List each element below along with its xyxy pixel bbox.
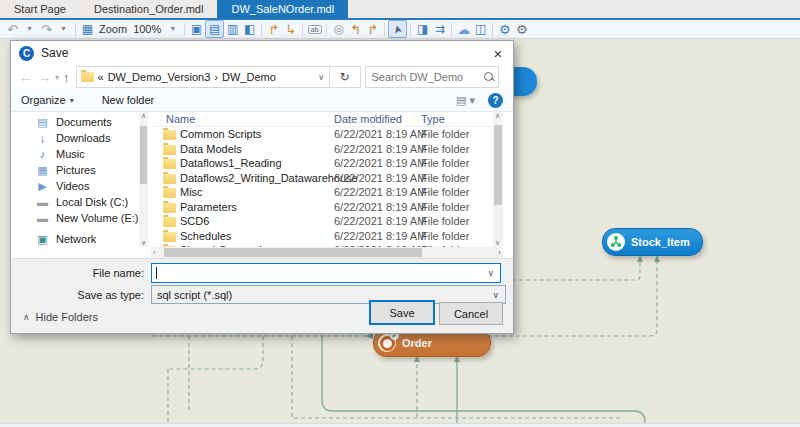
entity-add-icon[interactable]: ◨ — [414, 21, 431, 37]
sidebar-item-new-volume[interactable]: ▬New Volume (E:) — [11, 210, 139, 226]
file-date-modified: 6/22/2021 8:19 AM — [334, 143, 426, 155]
toolbar-separator — [184, 23, 185, 36]
hide-folders-button[interactable]: ∧ Hide Folders — [23, 311, 98, 323]
order-entity-icon: ✓ — [378, 334, 396, 352]
folder-icon — [163, 130, 176, 140]
file-row[interactable]: Dataflows2_Writing_Datawarehouse6/22/202… — [151, 171, 493, 186]
folder-icon — [163, 159, 176, 169]
tab-dw-salenorder-mdl[interactable]: DW_SaleNOrder.mdl — [217, 0, 348, 18]
column-type[interactable]: Type — [421, 113, 445, 125]
verify-model-icon[interactable]: ◫ — [472, 21, 489, 37]
node-stock-item[interactable]: Stock_Item — [602, 228, 703, 256]
file-row[interactable]: Schedules6/22/2021 8:19 AMFile folder — [151, 229, 493, 244]
up-icon[interactable]: ↑ — [63, 70, 70, 85]
chevron-down-icon[interactable]: ∨ — [318, 72, 325, 82]
file-name-input[interactable]: ∨ — [151, 263, 501, 283]
sidebar-item-documents[interactable]: ▤Documents — [11, 114, 139, 130]
refresh-button[interactable]: ↻ — [330, 66, 361, 88]
organize-button[interactable]: Organize▾ — [21, 94, 74, 106]
undo-caret-icon[interactable]: ▾ — [21, 21, 38, 37]
back-icon[interactable]: ← — [19, 70, 32, 85]
sidebar-item-pictures[interactable]: ▦Pictures — [11, 162, 139, 178]
layout-stacked-icon[interactable]: ▥ — [224, 21, 241, 37]
file-type: File folder — [421, 186, 469, 198]
undo-icon[interactable]: ↶ — [4, 21, 21, 37]
breadcrumb-overflow[interactable]: « — [98, 71, 104, 83]
file-name: Dataflows1_Reading — [180, 157, 282, 169]
column-headers: Name ∧ Date modified Type — [151, 112, 493, 127]
cloud-deploy-icon[interactable]: ☁ — [455, 21, 472, 37]
pointer-tool-icon[interactable]: ➤ — [388, 20, 407, 38]
sidebar-item-label: Documents — [56, 116, 112, 128]
column-name[interactable]: Name — [166, 113, 195, 125]
file-row[interactable]: SCD66/22/2021 8:19 AMFile folder — [151, 214, 493, 229]
file-row[interactable]: Parameters6/22/2021 8:19 AMFile folder — [151, 200, 493, 215]
breadcrumb-parent[interactable]: DW_Demo_Version3 — [108, 71, 211, 83]
sidebar-item-label: Videos — [56, 180, 89, 192]
scroll-right-icon[interactable]: › — [498, 248, 501, 257]
file-type: File folder — [421, 157, 469, 169]
file-row[interactable]: Misc6/22/2021 8:19 AMFile folder — [151, 185, 493, 200]
column-date-modified[interactable]: Date modified — [334, 113, 402, 125]
toolbar-separator — [451, 23, 452, 36]
entity-expand-icon[interactable]: ⇉ — [431, 21, 448, 37]
file-name: Parameters — [180, 201, 237, 213]
zoom-label[interactable]: Zoom — [96, 23, 130, 35]
save-dialog: C Save × ← → ▾ ↑ « DW_Demo_Version3 › DW… — [10, 40, 514, 334]
layout-horizontal-icon[interactable]: ▤ — [205, 20, 224, 38]
dialog-command-bar: Organize▾ New folder ▤ ▾ ? — [11, 89, 513, 112]
redo-caret-icon[interactable]: ▾ — [55, 21, 72, 37]
cancel-button[interactable]: Cancel — [439, 302, 503, 325]
scroll-down-icon[interactable]: ∨ — [139, 239, 148, 247]
zoom-caret-icon[interactable]: ▾ — [164, 21, 181, 37]
downloads-icon: ↓ — [36, 132, 49, 144]
sidebar-item-music[interactable]: ♪Music — [11, 146, 139, 162]
close-icon[interactable]: × — [483, 41, 513, 65]
scroll-up-icon[interactable]: ∧ — [139, 112, 148, 120]
connector-elbow-up-icon[interactable]: ↱ — [265, 21, 282, 37]
scroll-up-icon[interactable]: ∧ — [493, 112, 502, 120]
zoom-value[interactable]: 100% — [130, 23, 164, 35]
settings-gray-icon[interactable]: ⚙ — [513, 21, 530, 37]
chevron-down-icon: ∨ — [492, 290, 499, 300]
diagram-report-icon[interactable]: ▣ — [188, 21, 205, 37]
breadcrumb-current[interactable]: DW_Demo — [222, 71, 276, 83]
list-horizontal-scrollbar[interactable]: ‹ › — [151, 247, 503, 258]
tab-start-page[interactable]: Start Page — [0, 0, 80, 18]
views-icon[interactable]: ▤ — [456, 94, 466, 107]
sidebar-item-label: Pictures — [56, 164, 96, 176]
auto-size-icon[interactable]: ab — [306, 21, 323, 37]
search-input[interactable] — [366, 67, 498, 87]
breadcrumb-separator: › — [214, 71, 218, 83]
connector-curve-b-icon[interactable]: ↱ — [364, 21, 381, 37]
help-icon[interactable]: ? — [488, 93, 503, 108]
sidebar-item-local-disk[interactable]: ▬Local Disk (C:) — [11, 194, 139, 210]
layout-compact-icon[interactable]: ◧ — [241, 21, 258, 37]
new-folder-button[interactable]: New folder — [102, 94, 155, 106]
sidebar-item-network[interactable]: ▣Network — [11, 231, 139, 247]
views-caret-icon[interactable]: ▾ — [469, 94, 475, 107]
settings-blue-icon[interactable]: ⚙ — [496, 21, 513, 37]
file-type: File folder — [421, 215, 469, 227]
chevron-down-icon[interactable]: ∨ — [487, 268, 494, 278]
connector-elbow-down-icon[interactable]: ↳ — [282, 21, 299, 37]
breadcrumb[interactable]: « DW_Demo_Version3 › DW_Demo ∨ — [76, 66, 330, 88]
file-row[interactable]: Data Models6/22/2021 8:19 AMFile folder — [151, 142, 493, 157]
connector-curve-a-icon[interactable]: ↰ — [347, 21, 364, 37]
history-caret-icon[interactable]: ▾ — [55, 73, 59, 82]
save-button[interactable]: Save — [369, 300, 435, 325]
file-row[interactable]: Common Scripts6/22/2021 8:19 AMFile fold… — [151, 127, 493, 142]
redo-icon[interactable]: ↷ — [38, 21, 55, 37]
file-list: Name ∧ Date modified Type Common Scripts… — [151, 112, 493, 247]
sidebar-item-videos[interactable]: ▶Videos — [11, 178, 139, 194]
list-vertical-scrollbar[interactable]: ∧ ∨ — [493, 112, 503, 247]
sidebar-scrollbar[interactable]: ∧ ∨ — [139, 112, 148, 247]
file-row[interactable]: Dataflows1_Reading6/22/2021 8:19 AMFile … — [151, 156, 493, 171]
trace-circle-icon[interactable]: ◎ — [330, 21, 347, 37]
scroll-down-icon[interactable]: ∨ — [493, 239, 502, 247]
zoom-fit-icon[interactable]: ▦ — [79, 21, 96, 37]
forward-icon[interactable]: → — [38, 70, 51, 85]
scroll-left-icon[interactable]: ‹ — [153, 248, 156, 257]
sidebar-item-downloads[interactable]: ↓Downloads — [11, 130, 139, 146]
tab-destination-order-mdl[interactable]: Destination_Order.mdl — [80, 0, 217, 18]
